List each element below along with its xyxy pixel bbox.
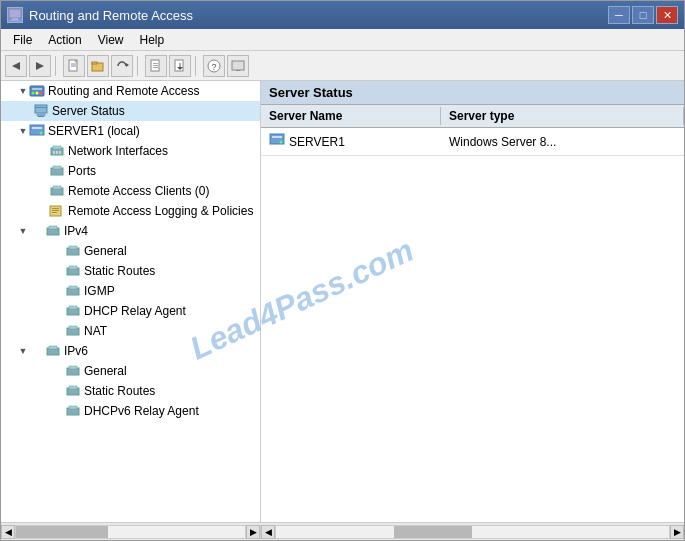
- refresh-button[interactable]: [111, 55, 133, 77]
- tree-server1[interactable]: ▼ SERVER1 (local): [1, 121, 260, 141]
- tree-remote-logging[interactable]: Remote Access Logging & Policies: [1, 201, 260, 221]
- svg-marker-4: [36, 62, 44, 70]
- tree-igmp-label: IGMP: [84, 284, 115, 298]
- svg-rect-2: [10, 20, 20, 21]
- tree-remote-logging-label: Remote Access Logging & Policies: [68, 204, 253, 218]
- right-scroll-btn[interactable]: ▶: [246, 525, 260, 539]
- svg-rect-47: [52, 212, 57, 213]
- back-button[interactable]: [5, 55, 27, 77]
- server-row-icon: [269, 132, 285, 151]
- nat-icon: [65, 323, 81, 339]
- h-scrollbar-thumb-right: [394, 526, 473, 538]
- tree-remote-clients[interactable]: Remote Access Clients (0): [1, 181, 260, 201]
- menu-help[interactable]: Help: [132, 31, 173, 49]
- tree-ipv6-label: IPv6: [64, 344, 88, 358]
- expand-root[interactable]: ▼: [17, 85, 29, 97]
- tree-ipv6-general[interactable]: General: [1, 361, 260, 381]
- tree-ipv4[interactable]: ▼ IPv4: [1, 221, 260, 241]
- right-panel-header: Server Status: [261, 81, 684, 105]
- tree-ipv6-static-routes[interactable]: Static Routes: [1, 381, 260, 401]
- svg-point-27: [40, 92, 43, 95]
- svg-rect-67: [69, 406, 77, 409]
- server-status-icon: [33, 103, 49, 119]
- svg-rect-69: [272, 136, 282, 138]
- tree-dhcp-relay-label: DHCP Relay Agent: [84, 304, 186, 318]
- svg-rect-41: [53, 166, 61, 169]
- properties-button[interactable]: [145, 55, 167, 77]
- left-scroll-btn2[interactable]: ◀: [261, 525, 275, 539]
- svg-rect-28: [35, 105, 47, 113]
- expand-ipv6[interactable]: ▼: [17, 345, 29, 357]
- server-name-cell: SERVER1: [261, 130, 441, 153]
- table-header: Server Name Server type: [261, 105, 684, 128]
- svg-rect-49: [49, 226, 57, 229]
- remote-clients-icon: [49, 183, 65, 199]
- window-controls: ─ □ ✕: [608, 6, 678, 24]
- maximize-button[interactable]: □: [632, 6, 654, 24]
- tree-igmp[interactable]: IGMP: [1, 281, 260, 301]
- main-area: Lead4Pass.com ▼ Routing and Remote Acces…: [1, 81, 684, 522]
- svg-rect-65: [69, 386, 77, 389]
- menu-action[interactable]: Action: [40, 31, 89, 49]
- tree-ipv4-general-label: General: [84, 244, 127, 258]
- tree-dhcp-relay[interactable]: DHCP Relay Agent: [1, 301, 260, 321]
- h-scrollbar-thumb-left: [16, 526, 108, 538]
- svg-rect-15: [153, 67, 158, 68]
- tree-server-status-label: Server Status: [52, 104, 125, 118]
- new-button[interactable]: [63, 55, 85, 77]
- menu-view[interactable]: View: [90, 31, 132, 49]
- remote-logging-icon: [49, 203, 65, 219]
- svg-rect-29: [35, 107, 47, 108]
- forward-button[interactable]: [29, 55, 51, 77]
- export-button[interactable]: [169, 55, 191, 77]
- table-row[interactable]: SERVER1 Windows Server 8...: [261, 128, 684, 156]
- h-scrollbar-left[interactable]: [15, 525, 246, 539]
- tree-network-interfaces-label: Network Interfaces: [68, 144, 168, 158]
- ipv6-general-icon: [65, 363, 81, 379]
- window-title: Routing and Remote Access: [29, 8, 193, 23]
- col-server-name: Server Name: [261, 107, 441, 125]
- console-button[interactable]: [227, 55, 249, 77]
- close-button[interactable]: ✕: [656, 6, 678, 24]
- h-scrollbar-right[interactable]: [275, 525, 670, 539]
- left-scroll-btn[interactable]: ◀: [1, 525, 15, 539]
- open-button[interactable]: [87, 55, 109, 77]
- tree-nat[interactable]: NAT: [1, 321, 260, 341]
- svg-rect-0: [9, 9, 21, 18]
- toolbar-sep-1: [55, 56, 59, 76]
- menu-bar: File Action View Help: [1, 29, 684, 51]
- expand-server1[interactable]: ▼: [17, 125, 29, 137]
- expand-ipv4[interactable]: ▼: [17, 225, 29, 237]
- tree-network-interfaces[interactable]: Network Interfaces: [1, 141, 260, 161]
- tree-ipv4-static-routes-label: Static Routes: [84, 264, 155, 278]
- server-name-value: SERVER1: [289, 135, 345, 149]
- ipv4-general-icon: [65, 243, 81, 259]
- static-routes-icon: [65, 263, 81, 279]
- menu-file[interactable]: File: [5, 31, 40, 49]
- help-button[interactable]: ?: [203, 55, 225, 77]
- right-scroll-btn2[interactable]: ▶: [670, 525, 684, 539]
- tree-ports-label: Ports: [68, 164, 96, 178]
- tree-ipv4-general[interactable]: General: [1, 241, 260, 261]
- svg-point-70: [280, 141, 283, 144]
- svg-marker-11: [126, 63, 129, 67]
- svg-rect-51: [69, 246, 77, 249]
- left-panel-tree: ▼ Routing and Remote Access: [1, 81, 261, 522]
- toolbar-sep-3: [195, 56, 199, 76]
- tree-root-label: Routing and Remote Access: [48, 84, 199, 98]
- tree-ipv6[interactable]: ▼ IPv6: [1, 341, 260, 361]
- svg-rect-13: [153, 63, 158, 64]
- tree-nat-label: NAT: [84, 324, 107, 338]
- svg-rect-53: [69, 266, 77, 269]
- tree-ipv4-static-routes[interactable]: Static Routes: [1, 261, 260, 281]
- right-panel: Server Status Server Name Server type SE…: [261, 81, 684, 522]
- bottom-bar: ◀ ▶ ◀ ▶: [1, 522, 684, 540]
- tree-root[interactable]: ▼ Routing and Remote Access: [1, 81, 260, 101]
- svg-rect-43: [53, 186, 61, 189]
- tree-server-status[interactable]: Server Status: [1, 101, 260, 121]
- svg-rect-10: [92, 62, 97, 64]
- ipv6-icon: [45, 343, 61, 359]
- tree-ports[interactable]: Ports: [1, 161, 260, 181]
- minimize-button[interactable]: ─: [608, 6, 630, 24]
- tree-dhcpv6-relay[interactable]: DHCPv6 Relay Agent: [1, 401, 260, 421]
